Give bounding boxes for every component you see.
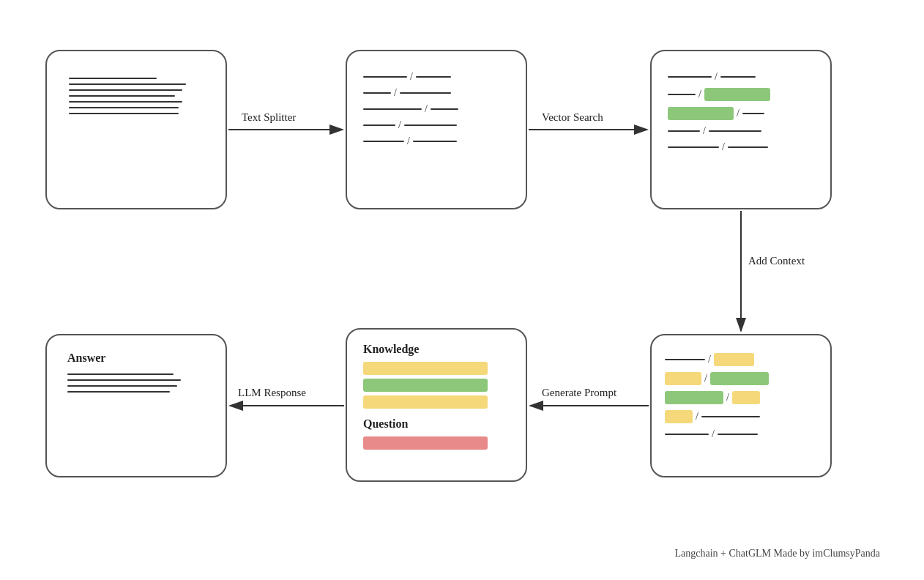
cp-line-3: / [665, 391, 817, 404]
doc-line-5 [69, 101, 182, 103]
chunks-box: / / / / / [346, 50, 527, 209]
vr-line-5: / [668, 142, 814, 152]
knowledge-bar-1 [363, 362, 488, 375]
add-context-label: Add Context [748, 255, 805, 267]
doc-line-4 [69, 95, 175, 97]
chunk-3: / [363, 104, 510, 114]
answer-line-1 [67, 373, 174, 375]
footer-text: Langchain + ChatGLM Made by imClumsyPand… [675, 548, 880, 559]
generate-prompt-label: Generate Prompt [542, 387, 616, 399]
knowledge-bar-3 [363, 395, 488, 409]
llm-response-label: LLM Response [238, 387, 306, 399]
vr-line-2: / [668, 88, 814, 101]
chunk-2: / [363, 88, 510, 98]
question-bar [363, 436, 488, 450]
chunk-5: / [363, 136, 510, 146]
doc-line-3 [69, 89, 182, 91]
answer-line-4 [67, 391, 170, 393]
knowledge-question-box: Knowledge Question [346, 328, 527, 482]
cp-line-4: / [665, 410, 817, 423]
answer-label: Answer [67, 352, 205, 365]
vr-line-1: / [668, 72, 814, 82]
cp-line-2: / [665, 372, 817, 385]
vr-line-4: / [668, 126, 814, 136]
cp-line-1: / [665, 353, 817, 366]
doc-line-2 [69, 83, 186, 85]
knowledge-label: Knowledge [363, 343, 510, 356]
answer-box: Answer [45, 334, 227, 477]
chunk-4: / [363, 120, 510, 130]
vr-line-3: / [668, 107, 814, 120]
question-label: Question [363, 417, 510, 431]
vector-search-label: Vector Search [542, 111, 603, 124]
text-splitter-label: Text Splitter [242, 111, 296, 124]
doc-line-6 [69, 107, 179, 108]
doc-line-7 [69, 113, 179, 114]
vector-results-box: / / / / / [650, 50, 832, 209]
doc-line-1 [69, 78, 157, 79]
document-box [45, 50, 227, 209]
cp-line-5: / [665, 429, 817, 439]
chunk-1: / [363, 72, 510, 82]
answer-line-2 [67, 379, 181, 381]
context-prompt-box: / / / / / [650, 334, 832, 477]
knowledge-bar-2 [363, 379, 488, 392]
answer-line-3 [67, 385, 177, 387]
